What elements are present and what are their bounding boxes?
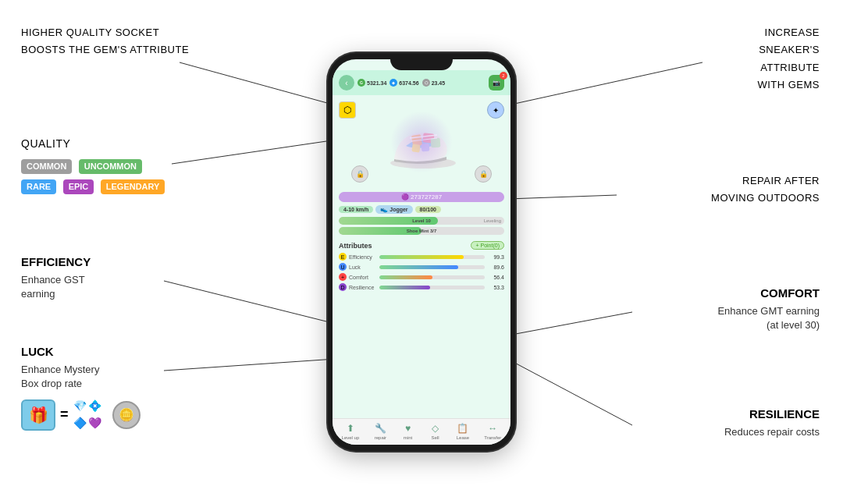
svg-line-3 — [507, 195, 617, 199]
sneaker-tags: 4-10 km/h 👟 Jogger 80/100 — [339, 205, 504, 214]
annotation-repair: REPAIR AFTERMOVING OUTDOORS — [711, 172, 820, 207]
comfort-bar — [379, 275, 485, 279]
sneaker-glow — [390, 111, 453, 173]
comfort-label: Comfort — [349, 275, 377, 280]
efficiency-icon: E — [339, 253, 347, 261]
mystery-box-icon: 🎁 — [21, 399, 55, 431]
currency-gst: G 5321.34 — [357, 79, 386, 87]
lease-label: Lease — [457, 435, 469, 440]
currency-sol: ⬡ 23.45 — [422, 79, 446, 87]
attr-row-efficiency: E Efficiency 99.3 — [339, 253, 504, 261]
gst-icon: G — [357, 79, 365, 87]
coin-icon: 🪙 — [112, 401, 140, 429]
svg-line-4 — [164, 281, 336, 324]
currency-gmt: ◈ 6374.56 — [389, 79, 418, 87]
efficiency-bar-fill — [379, 255, 464, 259]
svg-line-2 — [172, 140, 332, 164]
phone-topbar: ‹ G 5321.34 ◈ 6374.56 ⬡ 23.45 📷 2 — [333, 70, 510, 95]
nav-repair[interactable]: 🔧 repair — [374, 422, 386, 440]
bottom-nav: ⬆ Level up 🔧 repair ♥ mint ◇ Sell 📋 Leas… — [333, 418, 510, 445]
attributes-section: Attributes + Point(0) E Efficiency 99.3 … — [333, 241, 510, 418]
sneaker-area: ⬡ ✦ — [333, 95, 510, 189]
attr-row-comfort: + Comfort 56.4 — [339, 273, 504, 281]
badge-rare: RARE — [21, 179, 56, 194]
sell-icon: ◇ — [429, 422, 442, 435]
phone-notch — [390, 53, 453, 70]
annotation-quality: QUALITY COMMON UNCOMMON RARE EPIC LEGEND… — [21, 137, 168, 194]
badge-legendary: LEGENDARY — [101, 179, 165, 194]
comfort-icon: + — [339, 273, 347, 281]
socket-button-2[interactable]: ✦ — [487, 101, 504, 119]
lock-button-1[interactable]: 🔒 — [351, 165, 368, 183]
repair-label: repair — [375, 435, 386, 440]
attr-row-luck: U Luck 89.6 — [339, 263, 504, 271]
nav-levelup[interactable]: ⬆ Level up — [342, 422, 360, 440]
nav-mint[interactable]: ♥ mint — [402, 422, 414, 440]
badge-uncommon: UNCOMMON — [79, 159, 142, 174]
luck-value: 89.6 — [487, 264, 504, 270]
leveling-label: Leveling — [484, 218, 501, 223]
comfort-bar-fill — [379, 275, 432, 279]
gmt-icon: ◈ — [389, 79, 397, 87]
efficiency-bar — [379, 255, 485, 259]
resilience-bar-fill — [379, 286, 430, 289]
sneaker-id: 🟣 273727287 — [339, 192, 504, 202]
socket-button-1[interactable]: ⬡ — [339, 101, 356, 119]
levelup-icon: ⬆ — [344, 422, 357, 435]
lease-icon: 📋 — [457, 422, 469, 435]
annotation-comfort: COMFORT Enhance GMT earning(at level 30) — [717, 285, 820, 332]
nav-transfer[interactable]: ↔ Transfer — [484, 422, 501, 440]
repair-icon: 🔧 — [374, 422, 386, 435]
levelup-label: Level up — [342, 435, 360, 440]
gems-icon: 💎💠🔷💜 — [73, 399, 108, 431]
resilience-value: 53.3 — [487, 285, 504, 290]
nav-lease[interactable]: 📋 Lease — [457, 422, 469, 440]
annotation-luck: LUCK Enhance MysteryBox drop rate 🎁 = 💎💠… — [21, 343, 140, 431]
back-button[interactable]: ‹ — [339, 75, 354, 91]
svg-line-5 — [507, 312, 632, 335]
annotation-efficiency: EFFICIENCY Enhance GSTearning — [21, 254, 91, 301]
luck-bar — [379, 265, 485, 269]
sell-label: Sell — [432, 435, 439, 440]
efficiency-value: 99.3 — [487, 254, 504, 260]
badge-epic: EPIC — [63, 179, 94, 194]
annotation-resilience: RESILIENCE Reduces repair costs — [724, 406, 820, 439]
badge-common: COMMON — [21, 159, 72, 174]
notification-badge: 2 — [500, 72, 507, 80]
attributes-title: Attributes — [339, 242, 372, 250]
attributes-header: Attributes + Point(0) — [339, 241, 504, 250]
lock-button-2[interactable]: 🔒 — [475, 165, 492, 183]
phone-frame: ‹ G 5321.34 ◈ 6374.56 ⬡ 23.45 📷 2 — [328, 53, 515, 451]
luck-icon: U — [339, 263, 347, 271]
comfort-value: 56.4 — [487, 275, 504, 280]
luck-bar-fill — [379, 265, 458, 269]
attr-row-resilience: D Resilience 53.3 — [339, 283, 504, 291]
speed-tag: 4-10 km/h — [339, 206, 373, 213]
svg-line-0 — [180, 62, 336, 105]
annotation-socket-boost: HIGHER QUALITY SOCKET BOOSTS THE GEM'S A… — [21, 23, 193, 59]
mint-bar: Shoe Mint 3/7 — [339, 227, 504, 235]
type-tag: 👟 Jogger — [375, 205, 412, 214]
resilience-bar — [379, 286, 485, 289]
level-label: Level 10 — [412, 218, 431, 223]
sol-icon: ⬡ — [422, 79, 430, 87]
svg-line-7 — [507, 359, 632, 425]
durability-tag: 80/100 — [415, 206, 441, 213]
luck-label: Luck — [349, 264, 377, 270]
phone-screen: ‹ G 5321.34 ◈ 6374.56 ⬡ 23.45 📷 2 — [333, 59, 510, 445]
transfer-icon: ↔ — [486, 422, 499, 435]
efficiency-label: Efficiency — [349, 254, 377, 260]
resilience-label: Resilience — [349, 285, 377, 290]
mint-label: Shoe Mint 3/7 — [407, 229, 437, 233]
camera-button[interactable]: 📷 2 — [489, 75, 504, 91]
sneaker-info: 🟣 273727287 4-10 km/h 👟 Jogger 80/100 Le… — [333, 189, 510, 241]
mint-icon: ♥ — [402, 422, 414, 435]
points-button[interactable]: + Point(0) — [471, 241, 504, 250]
annotation-increase-attribute: INCREASESNEAKER'SATTRIBUTEWITH GEMS — [757, 23, 820, 94]
transfer-label: Transfer — [484, 435, 501, 440]
svg-line-6 — [164, 359, 336, 371]
mint-label: mint — [404, 435, 412, 440]
svg-line-1 — [507, 62, 702, 105]
nav-sell[interactable]: ◇ Sell — [429, 422, 442, 440]
resilience-icon: D — [339, 283, 347, 291]
